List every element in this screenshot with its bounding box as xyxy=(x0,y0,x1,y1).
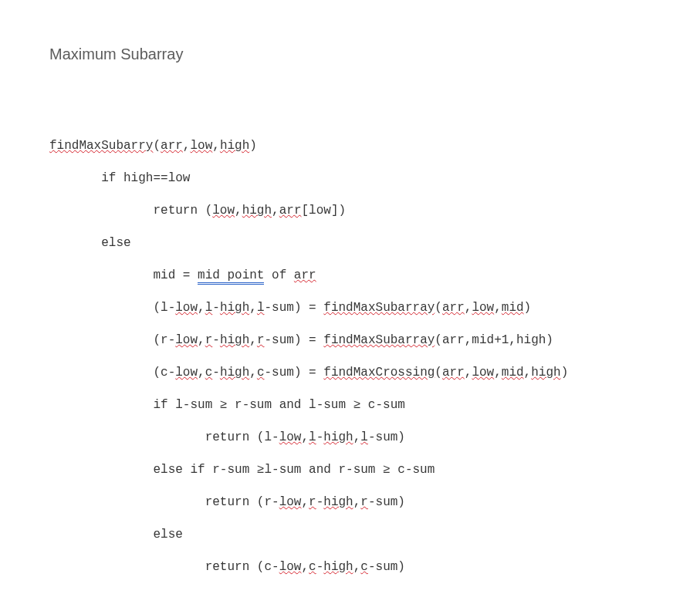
code-line: if l-sum ≥ r-sum and l-sum ≥ c-sum xyxy=(49,397,700,413)
code-line: if high==low xyxy=(49,170,700,187)
code-line: else xyxy=(49,235,700,251)
code-line: return (c-low,c-high,c-sum) xyxy=(49,559,700,575)
fn-name: findMaxSubarry xyxy=(49,139,153,153)
code-line: (l-low,l-high,l-sum) = findMaxSubarray(a… xyxy=(49,300,700,316)
code-line: return (r-low,r-high,r-sum) xyxy=(49,494,700,511)
blank-line xyxy=(49,592,700,604)
code-line: (r-low,r-high,r-sum) = findMaxSubarray(a… xyxy=(49,332,700,349)
document-page: Maximum Subarray findMaxSubarry(arr,low,… xyxy=(0,0,700,604)
title: Maximum Subarray xyxy=(49,46,700,62)
pseudocode-block: findMaxSubarry(arr,low,high) if high==lo… xyxy=(49,122,700,604)
code-line: else if r-sum ≥l-sum and r-sum ≥ c-sum xyxy=(49,462,700,478)
code-line: mid = mid point of arr xyxy=(49,268,700,284)
code-line: findMaxSubarry(arr,low,high) xyxy=(49,138,700,154)
code-line: else xyxy=(49,527,700,543)
code-line: return (low,high,arr[low]) xyxy=(49,203,700,219)
code-line: (c-low,c-high,c-sum) = findMaxCrossing(a… xyxy=(49,365,700,381)
code-line: return (l-low,l-high,l-sum) xyxy=(49,430,700,446)
